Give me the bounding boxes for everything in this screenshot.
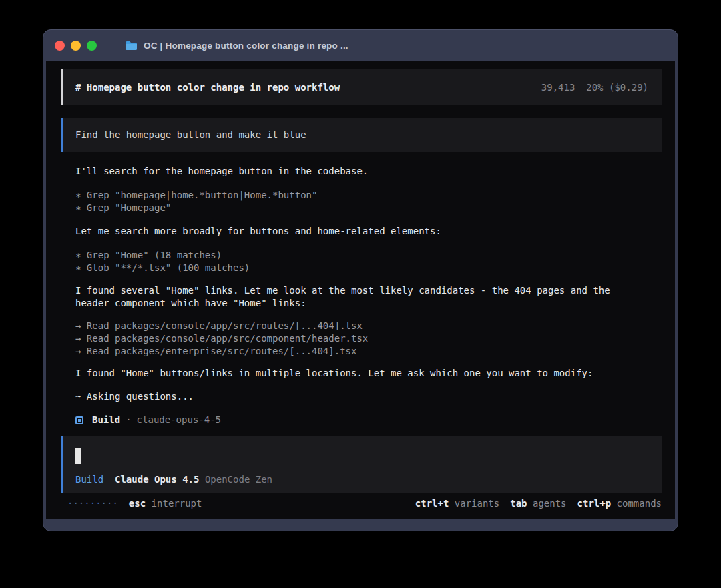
tool-call-group: ∗ Grep "homepage|home.*button|Home.*butt… (75, 189, 662, 214)
tool-call-group: → Read packages/console/app/src/routes/[… (75, 320, 662, 358)
agent-name: Build (92, 414, 120, 426)
assistant-text: Let me search more broadly for buttons a… (75, 225, 662, 238)
prompt-mode: Build (75, 474, 103, 485)
assistant-text: I found "Home" buttons/links in multiple… (75, 367, 662, 380)
agent-icon (75, 416, 83, 424)
prompt-model: Claude Opus 4.5 (115, 474, 199, 485)
assistant-response: I'll search for the homepage button in t… (75, 165, 662, 426)
prompt-provider: OpenCode Zen (205, 474, 272, 485)
terminal-window: OC | Homepage button color change in rep… (43, 29, 678, 531)
titlebar[interactable]: OC | Homepage button color change in rep… (43, 30, 678, 61)
prompt-meta: Build Claude Opus 4.5 OpenCode Zen (75, 474, 662, 485)
user-message-text: Find the homepage button and make it blu… (75, 129, 306, 140)
tool-call: ∗ Grep "Homepage" (75, 202, 662, 214)
tool-call: → Read packages/enterprise/src/routes/[.… (75, 345, 662, 358)
window-title: OC | Homepage button color change in rep… (144, 41, 348, 51)
session-header: # Homepage button color change in repo w… (61, 69, 662, 105)
terminal-content: # Homepage button color change in repo w… (46, 61, 675, 519)
hint-commands: ctrl+p commands (577, 498, 662, 509)
user-message: Find the homepage button and make it blu… (61, 118, 662, 152)
tool-call: ∗ Glob "**/*.tsx" (100 matches) (75, 262, 662, 274)
assistant-text: I found several "Home" links. Let me loo… (75, 284, 662, 310)
session-stats: 39,413 20% ($0.29) (541, 82, 648, 93)
hint-agents: tab agents (510, 498, 566, 509)
hint-variants: ctrl+t variants (415, 498, 499, 509)
minimize-button[interactable] (71, 41, 81, 51)
status-bar: ········· esc interrupt ctrl+t variants … (67, 498, 662, 509)
tool-call: ∗ Grep "Home" (18 matches) (75, 249, 662, 262)
tool-call-group: ∗ Grep "Home" (18 matches) ∗ Glob "**/*.… (75, 249, 662, 274)
title-group: OC | Homepage button color change in rep… (125, 41, 348, 51)
session-cost: ($0.29) (609, 82, 648, 93)
tool-call: → Read packages/console/app/src/routes/[… (75, 320, 662, 332)
agent-separator: · (126, 414, 131, 426)
right-hints: ctrl+t variants tab agents ctrl+p comman… (415, 498, 662, 509)
zoom-button[interactable] (87, 41, 97, 51)
assistant-text: I'll search for the homepage button in t… (75, 165, 662, 178)
folder-icon (125, 41, 138, 51)
agent-model: claude-opus-4-5 (137, 414, 221, 426)
text-cursor (75, 448, 81, 464)
token-count: 39,413 (541, 82, 575, 93)
spinner-dots: ········· (67, 498, 118, 509)
tool-call: ∗ Grep "homepage|home.*button|Home.*butt… (75, 189, 662, 202)
agent-status-row: Build · claude-opus-4-5 (75, 414, 662, 426)
asking-status: ~ Asking questions... (75, 390, 662, 403)
hint-interrupt: esc interrupt (129, 498, 202, 509)
tool-call: → Read packages/console/app/src/componen… (75, 332, 662, 345)
context-percent: 20% (586, 82, 603, 93)
close-button[interactable] (55, 41, 65, 51)
window-controls (55, 41, 97, 51)
prompt-input[interactable]: Build Claude Opus 4.5 OpenCode Zen (61, 436, 662, 493)
session-title: # Homepage button color change in repo w… (75, 82, 340, 93)
